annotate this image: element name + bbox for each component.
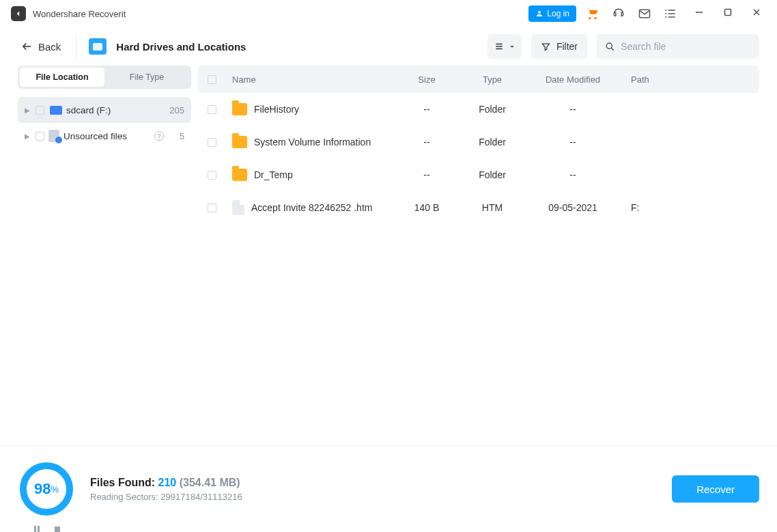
- recover-button[interactable]: Recover: [672, 475, 759, 503]
- minimize-button[interactable]: [690, 8, 709, 20]
- row-type: HTM: [456, 202, 528, 213]
- folder-icon: [232, 103, 247, 115]
- tab-file-location[interactable]: File Location: [20, 68, 104, 87]
- svg-point-2: [665, 13, 666, 14]
- header-path[interactable]: Path: [617, 74, 759, 85]
- checkbox[interactable]: [36, 132, 44, 141]
- toolbar: Back Hard Drives and Locations Filter: [0, 27, 777, 66]
- row-date: 09-05-2021: [528, 202, 617, 213]
- sectors-value: 29917184/31113216: [160, 492, 242, 502]
- files-found-count: 210: [158, 477, 177, 488]
- filter-icon: [541, 42, 551, 52]
- footer: 98% Files Found: 210 (354.41 MB) Reading…: [0, 445, 777, 532]
- row-name: Accept Invite 82246252 .htm: [251, 202, 372, 213]
- svg-rect-9: [38, 526, 40, 532]
- svg-rect-8: [34, 526, 36, 532]
- tree-item-unsourced[interactable]: ▶ Unsourced files ? 5: [18, 123, 191, 149]
- separator: [76, 36, 76, 57]
- row-date: --: [528, 137, 617, 148]
- tree-item-sdcard[interactable]: ▶ sdcard (F:) 205: [18, 97, 191, 123]
- header-date[interactable]: Date Modified: [528, 74, 617, 85]
- header-size[interactable]: Size: [397, 74, 456, 85]
- files-found-label: Files Found:: [90, 477, 155, 488]
- row-name: FileHistory: [254, 104, 299, 115]
- svg-rect-4: [725, 10, 731, 16]
- login-button[interactable]: Log in: [528, 5, 576, 22]
- sidebar-tabs: File Location File Type: [18, 66, 191, 89]
- chevron-down-icon: [509, 44, 515, 50]
- mail-icon[interactable]: [635, 4, 654, 23]
- arrow-left-icon: [20, 40, 33, 53]
- row-checkbox[interactable]: [208, 171, 216, 180]
- row-size: --: [397, 137, 456, 148]
- table-row[interactable]: FileHistory -- Folder --: [198, 93, 759, 126]
- cart-icon[interactable]: [583, 4, 602, 23]
- tree-item-count: 205: [168, 105, 184, 115]
- search-input[interactable]: [621, 41, 751, 52]
- row-date: --: [528, 104, 617, 115]
- stop-button[interactable]: [53, 525, 61, 532]
- scan-progress: 98%: [18, 460, 75, 518]
- back-button[interactable]: Back: [18, 36, 63, 57]
- table-row[interactable]: Dr_Temp -- Folder --: [198, 158, 759, 191]
- app-logo: [11, 6, 26, 21]
- progress-unit: %: [51, 484, 59, 494]
- list-icon[interactable]: [661, 4, 680, 23]
- sectors-label: Reading Sectors:: [90, 492, 158, 502]
- table-row[interactable]: System Volume Information -- Folder --: [198, 126, 759, 158]
- table-header: Name Size Type Date Modified Path: [198, 66, 759, 93]
- header-type[interactable]: Type: [456, 74, 528, 85]
- row-type: Folder: [456, 137, 528, 148]
- tree-item-label: Unsourced files: [63, 131, 150, 141]
- folder-icon: [232, 169, 247, 181]
- filter-label: Filter: [556, 41, 578, 52]
- svg-point-1: [665, 10, 666, 11]
- user-icon: [535, 10, 543, 18]
- drive-icon: [89, 38, 107, 55]
- tab-file-type[interactable]: File Type: [104, 68, 189, 87]
- sidebar: File Location File Type ▶ sdcard (F:) 20…: [18, 66, 191, 445]
- checkbox[interactable]: [36, 106, 44, 115]
- unsourced-icon: [48, 130, 59, 142]
- tree-item-label: sdcard (F:): [66, 105, 164, 115]
- location-title: Hard Drives and Locations: [116, 41, 246, 53]
- search-icon: [605, 41, 615, 53]
- drive-icon: [50, 106, 62, 115]
- row-path: F:: [617, 202, 759, 213]
- help-icon[interactable]: ?: [154, 131, 164, 141]
- list-view-icon: [494, 42, 504, 51]
- maximize-button[interactable]: [718, 8, 737, 20]
- row-type: Folder: [456, 169, 528, 180]
- row-size: --: [397, 169, 456, 180]
- header-name[interactable]: Name: [227, 74, 397, 85]
- svg-rect-10: [55, 527, 60, 532]
- filter-button[interactable]: Filter: [531, 34, 587, 59]
- svg-point-5: [606, 43, 612, 48]
- titlebar: Wondershare Recoverit Log in: [0, 0, 777, 27]
- close-button[interactable]: [747, 8, 766, 20]
- app-title: Wondershare Recoverit: [33, 9, 126, 19]
- file-icon: [232, 200, 244, 215]
- footer-status: Files Found: 210 (354.41 MB) Reading Sec…: [90, 477, 242, 502]
- folder-icon: [232, 136, 247, 148]
- main: File Location File Type ▶ sdcard (F:) 20…: [0, 66, 777, 445]
- caret-icon: ▶: [25, 132, 31, 140]
- row-checkbox[interactable]: [208, 204, 216, 212]
- caret-icon: ▶: [25, 107, 31, 114]
- progress-percent: 98: [34, 480, 51, 498]
- file-table: Name Size Type Date Modified Path FileHi…: [198, 66, 759, 445]
- select-all-checkbox[interactable]: [208, 75, 216, 84]
- row-type: Folder: [456, 104, 528, 115]
- row-date: --: [528, 169, 617, 180]
- table-row[interactable]: Accept Invite 82246252 .htm 140 B HTM 09…: [198, 191, 759, 224]
- row-checkbox[interactable]: [208, 105, 216, 114]
- row-size: --: [397, 104, 456, 115]
- support-icon[interactable]: [609, 4, 628, 23]
- files-found-size: (354.41 MB): [180, 477, 240, 488]
- back-label: Back: [38, 41, 61, 53]
- view-mode-button[interactable]: [488, 34, 522, 59]
- svg-point-3: [665, 16, 666, 18]
- pause-button[interactable]: [33, 525, 41, 532]
- row-checkbox[interactable]: [208, 138, 216, 147]
- search-box[interactable]: [597, 34, 759, 59]
